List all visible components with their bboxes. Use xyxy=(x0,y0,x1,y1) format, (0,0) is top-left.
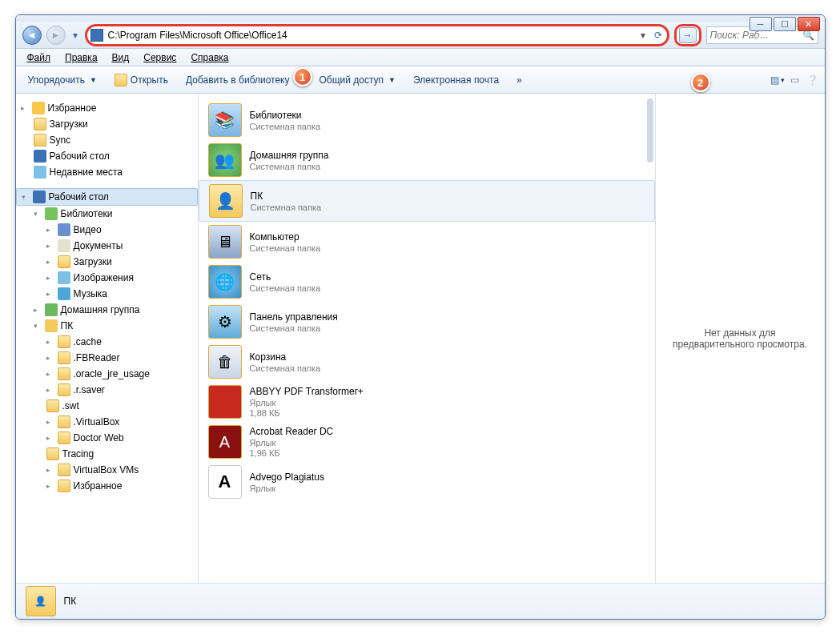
nav-history-dropdown[interactable]: ▾ xyxy=(70,26,80,45)
location-icon xyxy=(90,29,103,42)
tree-images[interactable]: ▸Изображения xyxy=(16,270,198,286)
pc-icon xyxy=(45,319,58,332)
help-button[interactable]: ❔ xyxy=(806,73,820,87)
menu-file[interactable]: Файл xyxy=(21,50,58,65)
item-subtitle: Ярлык xyxy=(250,438,334,447)
back-button[interactable]: ◄ xyxy=(22,26,42,45)
tree-vboxvms[interactable]: ▸VirtualBox VMs xyxy=(16,462,198,478)
callout-badge-2: 2 xyxy=(691,73,710,92)
item-icon: 👤 xyxy=(209,184,243,218)
content-item[interactable]: 👤ПКСистемная папка xyxy=(199,180,655,222)
tree-libraries[interactable]: ▾Библиотеки xyxy=(16,206,198,222)
menu-view[interactable]: Вид xyxy=(106,50,136,65)
tree-tracing[interactable]: Tracing xyxy=(16,446,198,462)
organize-button[interactable]: Упорядочить▼ xyxy=(21,70,104,90)
tree-cache[interactable]: ▸.cache xyxy=(16,334,198,350)
folder-icon xyxy=(58,351,70,364)
tree-fbreader[interactable]: ▸.FBReader xyxy=(16,350,198,366)
folder-icon xyxy=(58,480,70,492)
content-item[interactable]: AAdvego PlagiatusЯрлык xyxy=(199,462,655,502)
open-button[interactable]: Открыть xyxy=(107,70,175,90)
item-subtitle: Системная папка xyxy=(250,323,338,333)
item-size: 1,96 КБ xyxy=(250,448,334,458)
music-icon xyxy=(58,287,70,300)
address-dropdown[interactable]: ▾ xyxy=(637,30,649,41)
tree-desktop[interactable]: Рабочий стол xyxy=(16,148,198,164)
go-button[interactable]: → xyxy=(679,27,697,43)
tree-swt[interactable]: .swt xyxy=(16,398,198,414)
callout-badge-1: 1 xyxy=(293,67,312,86)
folder-icon xyxy=(58,431,70,444)
desktop-icon xyxy=(33,191,46,203)
item-icon xyxy=(208,385,242,419)
content-item[interactable]: AAcrobat Reader DCЯрлык1,96 КБ xyxy=(199,422,655,462)
content-item[interactable]: 🌐СетьСистемная папка xyxy=(199,262,655,302)
view-mode-button[interactable]: ▤▾ xyxy=(770,73,785,87)
menu-help[interactable]: Справка xyxy=(184,50,235,65)
folder-icon xyxy=(58,367,70,380)
content-item[interactable]: 👥Домашняя группаСистемная папка xyxy=(199,140,655,180)
content-item[interactable]: 📚БиблиотекиСистемная папка xyxy=(199,100,655,140)
close-button[interactable]: ✕ xyxy=(798,17,820,31)
content-pane[interactable]: 📚БиблиотекиСистемная папка👥Домашняя груп… xyxy=(199,94,655,583)
content-item[interactable]: 🗑КорзинаСистемная папка xyxy=(199,342,655,382)
item-name: Библиотеки xyxy=(250,110,321,121)
more-button[interactable]: » xyxy=(509,70,529,90)
item-subtitle: Системная папка xyxy=(250,363,321,373)
tree-virtualbox[interactable]: ▸.VirtualBox xyxy=(16,414,198,430)
address-bar-highlight: ▾ ⟳ xyxy=(85,24,669,46)
content-item[interactable]: 🖥КомпьютерСистемная папка xyxy=(199,222,655,262)
tree-recent[interactable]: Недавние места xyxy=(16,164,198,180)
preview-pane: Нет данных для предварительного просмотр… xyxy=(655,94,825,583)
content-item[interactable]: ⚙Панель управленияСистемная папка xyxy=(199,302,655,342)
minimize-button[interactable]: ─ xyxy=(750,17,772,31)
tree-music[interactable]: ▸Музыка xyxy=(16,286,198,302)
titlebar[interactable] xyxy=(16,15,825,22)
tree-downloads[interactable]: Загрузки xyxy=(16,116,198,132)
maximize-button[interactable]: ☐ xyxy=(774,17,796,31)
tree-homegroup[interactable]: ▸Домашняя группа xyxy=(16,302,198,318)
tree-documents[interactable]: ▸Документы xyxy=(16,238,198,254)
menu-edit[interactable]: Правка xyxy=(58,50,104,65)
item-icon: 👥 xyxy=(208,143,242,177)
forward-button[interactable]: ► xyxy=(46,26,66,45)
tree-desktop-root[interactable]: ▾Рабочий стол xyxy=(16,188,198,206)
menu-bar: Файл Правка Вид Сервис Справка xyxy=(16,49,825,66)
item-name: Сеть xyxy=(250,271,321,283)
address-input[interactable] xyxy=(107,27,637,43)
folder-icon xyxy=(46,447,59,460)
share-button[interactable]: Общий доступ▼ xyxy=(311,70,403,90)
tree-video[interactable]: ▸Видео xyxy=(16,222,198,238)
item-icon: 🖥 xyxy=(208,225,242,259)
preview-pane-button[interactable]: ▭ xyxy=(788,73,802,87)
refresh-button[interactable]: ⟳ xyxy=(649,26,667,44)
status-bar: 👤 ПК xyxy=(16,583,825,619)
image-icon xyxy=(58,271,70,284)
navigation-pane[interactable]: ▸Избранное Загрузки Sync Рабочий стол Не… xyxy=(16,94,199,583)
add-to-library-button[interactable]: Добавить в библиотеку▼ xyxy=(179,70,308,90)
item-subtitle: Системная папка xyxy=(250,283,321,293)
item-icon: ⚙ xyxy=(208,305,242,339)
folder-icon xyxy=(58,415,70,428)
folder-icon xyxy=(58,255,70,268)
menu-tools[interactable]: Сервис xyxy=(137,50,183,65)
body: ▸Избранное Загрузки Sync Рабочий стол Не… xyxy=(16,94,825,583)
tree-pc[interactable]: ▾ПК xyxy=(16,318,198,334)
address-row: ◄ ► ▾ ▾ ⟳ → 🔍 xyxy=(16,22,825,49)
scrollbar[interactable] xyxy=(647,98,653,163)
tree-doctorweb[interactable]: ▸Doctor Web xyxy=(16,430,198,446)
tree-rsaver[interactable]: ▸.r.saver xyxy=(16,382,198,398)
tree-sync[interactable]: Sync xyxy=(16,132,198,148)
item-name: ABBYY PDF Transformer+ xyxy=(250,386,364,397)
explorer-window: ─ ☐ ✕ ◄ ► ▾ ▾ ⟳ → 🔍 1 2 Файл Правка Вид … xyxy=(15,14,826,620)
folder-icon xyxy=(58,463,70,476)
content-item[interactable]: ABBYY PDF Transformer+Ярлык1,88 КБ xyxy=(199,382,655,422)
item-subtitle: Ярлык xyxy=(250,484,324,493)
item-name: ПК xyxy=(251,191,322,202)
email-button[interactable]: Электронная почта xyxy=(406,70,506,90)
tree-favorites[interactable]: ▸Избранное xyxy=(16,100,198,116)
tree-oracle[interactable]: ▸.oracle_jre_usage xyxy=(16,366,198,382)
folder-icon xyxy=(58,335,70,348)
tree-fav2[interactable]: ▸Избранное xyxy=(16,478,198,494)
tree-downloads2[interactable]: ▸Загрузки xyxy=(16,254,198,270)
